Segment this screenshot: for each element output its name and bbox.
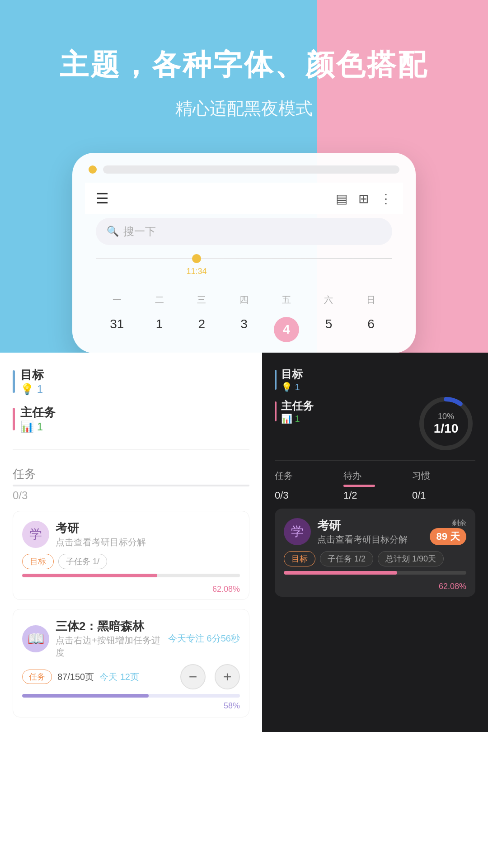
stat-goal-light: 目标 💡 1 [13,367,249,396]
book-title: 三体2：黑暗森林 [56,618,162,634]
fab-minus-button[interactable]: − [180,664,206,689]
stat-goal-text: 目标 💡 1 [20,367,44,396]
fab-plus-button[interactable]: + [215,664,240,689]
layout-icon[interactable]: ▤ [336,191,347,206]
goal-header-dark: 学 考研 点击查看考研目标分解 剩余 89 天 [275,509,475,551]
week-label-thu: 四 [223,294,265,306]
dark-tag2: 子任务 1/2 [320,551,373,566]
week-label-tue: 二 [138,294,181,306]
dark-goal-text: 目标 💡 1 [281,367,303,392]
grid-icon[interactable]: ⊞ [358,191,369,206]
metric-task: 任务 0/3 [275,470,338,501]
search-bar[interactable]: 🔍 搜一下 [96,218,392,245]
goal-header-light: 学 考研 点击查看考研目标分解 [13,511,249,554]
ring-fraction: 1/10 [434,421,459,436]
book-card[interactable]: 📖 三体2：黑暗森林 点击右边+按钮增加任务进度 今天专注 6分56秒 任务 8… [13,609,249,717]
days-label: 剩余 [452,519,466,528]
phone-top-bar [85,165,403,174]
dark-main-task-count: 1 [295,414,300,424]
metric-todo-value: 1/2 [343,490,407,501]
date-4-today[interactable]: 4 [265,313,308,346]
goal-card-dark[interactable]: 学 考研 点击查看考研目标分解 剩余 89 天 目标 子任务 1/2 总计划 1… [275,509,475,597]
book-tag: 任务 [22,670,52,684]
dark-bar-goal [275,370,277,390]
goal-label: 目标 [20,367,44,383]
book-info: 三体2：黑暗森林 点击右边+按钮增加任务进度 [56,618,162,659]
goal-progress-pct-light: 62.08% [13,585,249,599]
dark-panel: 目标 💡 1 主任务 📊 1 10% 1/10 [262,353,488,732]
date-1: 1 [138,313,181,346]
date-5: 5 [308,313,350,346]
goal-progress-fill-light [22,574,157,577]
main-task-count: 1 [37,420,43,433]
search-icon: 🔍 [107,226,119,237]
metric-task-label: 任务 [275,470,338,482]
goal-card-light[interactable]: 学 考研 点击查看考研目标分解 目标 子任务 1/ 62.08% [13,511,249,600]
timeline-line [96,258,392,259]
stat-main-task-light: 主任务 📊 1 [13,405,249,433]
light-panel: 目标 💡 1 主任务 📊 1 任务 0/3 [0,353,262,732]
ring-text: 10% 1/10 [434,412,459,436]
hamburger-icon[interactable]: ☰ [96,190,109,207]
book-pages: 87/150页 [57,671,94,683]
tag-subtask-light: 子任务 1/ [58,554,107,569]
light-stats: 目标 💡 1 主任务 📊 1 任务 0/3 [13,367,249,502]
dark-tag3: 总计划 1/90天 [378,551,444,566]
timeline-row: 11:34 [96,252,392,265]
week-label-sat: 六 [308,294,350,306]
progress-ring: 10% 1/10 [417,394,475,453]
task-count: 0/3 [13,489,249,502]
book-today-pages: 今天 12页 [99,671,139,683]
book-desc: 点击右边+按钮增加任务进度 [56,634,162,659]
metric-habit-value: 0/1 [412,490,475,501]
book-progress-pct: 58% [13,701,249,717]
metric-task-value: 0/3 [275,490,338,501]
book-progress-bar [22,694,240,698]
week-label-fri: 五 [265,294,308,306]
book-focus: 今天专注 6分56秒 [168,632,240,645]
date-2: 2 [180,313,223,346]
dark-goal-count: 1 [295,382,300,392]
phone-pill [103,165,399,174]
goal-count: 1 [37,383,43,395]
goal-title-dark: 考研 [317,518,423,533]
goal-avatar-light: 学 [22,521,49,548]
metric-todo-label: 待办 [343,470,407,482]
more-icon[interactable]: ⋮ [380,191,392,206]
stat-task-light: 任务 0/3 [13,466,249,502]
goal-avatar-dark: 学 [284,518,311,545]
dark-main-task-label: 主任务 [281,399,314,413]
app-header: ☰ ▤ ⊞ ⋮ [85,183,403,214]
dark-progress-fill [284,571,397,575]
dark-stat-goal: 目标 💡 1 [275,367,475,392]
metrics-row: 任务 0/3 待办 1/2 习惯 0/1 [275,460,475,501]
task-label: 任务 [13,466,249,482]
dark-progress-pct: 62.08% [275,582,475,597]
goal-tags-dark: 目标 子任务 1/2 总计划 1/90天 [275,551,475,571]
dark-tag1: 目标 [284,551,315,566]
book-avatar: 📖 [22,625,49,652]
header-right: ▤ ⊞ ⋮ [336,191,392,206]
book-progress-fill [22,694,149,698]
week-label-mon: 一 [96,294,138,306]
dark-main-task-text: 主任务 📊 1 [281,399,314,424]
week-label-wed: 三 [180,294,223,306]
date-row: 31 1 2 3 4 5 6 [85,310,403,353]
search-placeholder: 搜一下 [123,224,156,239]
metric-bar-todo [343,485,375,487]
date-3: 3 [223,313,265,346]
fab-row: − + [180,664,240,689]
dark-bar-main-task [275,401,277,421]
week-row: 一 二 三 四 五 六 日 [85,281,403,310]
goal-avatar-text: 学 [29,526,42,543]
tag-goal-light: 目标 [22,554,54,569]
goal-desc-dark: 点击查看考研目标分解 [317,533,423,546]
goal-info-dark: 考研 点击查看考研目标分解 [317,518,423,546]
goal-title-light: 考研 [56,520,146,536]
hero-section: 主题，各种字体、颜色搭配 精心适配黑夜模式 ☰ ▤ ⊞ ⋮ 🔍 搜一下 11:3… [0,0,488,353]
book-meta: 任务 87/150页 今天 12页 − + [13,664,249,694]
timeline-time: 11:34 [187,267,207,276]
hero-title: 主题，各种字体、颜色搭配 [60,45,428,85]
week-label-sun: 日 [350,294,392,306]
metric-todo: 待办 1/2 [343,470,407,501]
